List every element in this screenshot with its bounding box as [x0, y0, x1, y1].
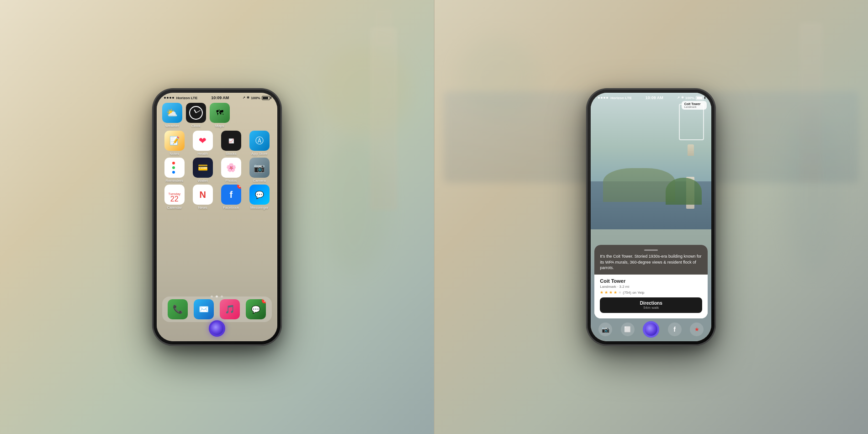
- app-label-stocks: Stocks: [226, 152, 237, 156]
- app-messenger[interactable]: 💬 Messenger: [247, 185, 272, 210]
- facebook-icon-ar: f: [673, 326, 676, 333]
- app-label-news: News: [198, 206, 207, 210]
- app-maps[interactable]: 🗺 Maps: [210, 103, 230, 128]
- app-row-4: Tuesday 22 Calendar N News f: [157, 185, 277, 212]
- directions-sub: 54m walk: [603, 306, 699, 310]
- app-weather[interactable]: ⛅ Weather: [162, 103, 182, 128]
- star-5: ★: [618, 290, 622, 295]
- card-handle: [644, 249, 658, 251]
- scan-icon: ⬜: [624, 326, 631, 333]
- left-phone: Horizon LTE 10:09 AM ↗ ✻ 100%: [153, 89, 281, 345]
- left-panel: Horizon LTE 10:09 AM ↗ ✻ 100%: [0, 0, 434, 434]
- app-row-2: 📝 Notes ❤ Health 📈 Stocks: [157, 131, 277, 158]
- iphone-screen-left: Horizon LTE 10:09 AM ↗ ✻ 100%: [157, 93, 277, 341]
- ar-card-title: Coit Tower: [600, 278, 702, 284]
- app-reminders[interactable]: Reminders: [162, 158, 187, 183]
- ar-description-box: It's the Coit Tower. Storied 1930s-era b…: [594, 245, 708, 275]
- app-stocks[interactable]: 📈 Stocks: [219, 131, 243, 156]
- ar-scan-tool[interactable]: ⬜: [621, 323, 635, 336]
- rating-text: (754) on Yelp: [623, 291, 644, 295]
- battery-pct-right: 100%: [685, 96, 694, 100]
- star-1: ★: [600, 290, 603, 295]
- directions-label: Directions: [603, 301, 699, 306]
- ar-landmark-type: Landmark: [684, 106, 704, 108]
- app-clock[interactable]: Clock: [186, 103, 206, 128]
- app-notes[interactable]: 📝 Notes: [162, 131, 187, 156]
- app-label-appstore: App Store: [251, 152, 268, 156]
- app-label-health: Health: [197, 152, 208, 156]
- right-panel: Coit Tower Landmark Horizon LTE 10:09 AM: [434, 0, 868, 434]
- status-carrier-left: Horizon LTE: [164, 96, 198, 100]
- status-carrier-right: Horizon LTE: [598, 96, 632, 100]
- ar-card-subtitle: Landmark · 3.2 mi: [600, 285, 702, 289]
- time-right: 10:09 AM: [646, 95, 663, 100]
- app-camera[interactable]: 📷 Camera: [247, 158, 272, 183]
- app-label-reminders: Reminders: [165, 179, 183, 183]
- camera-icon-ar: 📷: [602, 326, 609, 333]
- ar-description-text: It's the Coit Tower. Storied 1930s-era b…: [600, 254, 702, 271]
- app-label-messenger: Messenger: [250, 206, 269, 210]
- calendar-date: 22: [170, 196, 179, 203]
- dock-mail[interactable]: ✉️: [194, 299, 214, 319]
- app-label-photos: Photos: [225, 179, 237, 183]
- dock-messages[interactable]: 💬 1: [246, 299, 266, 319]
- arrow-icon-right: ↗: [677, 96, 680, 100]
- app-label-clock: Clock: [191, 124, 201, 128]
- app-wallet[interactable]: 💳 Wallet: [191, 158, 215, 183]
- app-calendar[interactable]: Tuesday 22 Calendar: [162, 185, 187, 210]
- ar-yelp-tool[interactable]: ★: [690, 323, 704, 336]
- battery-group-right: ↗ ✻ 100%: [677, 96, 704, 100]
- app-label-maps: Maps: [215, 124, 224, 128]
- siri-button-left[interactable]: [209, 320, 225, 337]
- status-bar-right: Horizon LTE 10:09 AM ↗ ✻ 100%: [591, 93, 711, 102]
- app-photos[interactable]: 🌸 Photos: [219, 158, 243, 183]
- app-news[interactable]: N News: [191, 185, 215, 210]
- carrier-text-right: Horizon LTE: [610, 96, 632, 100]
- star-2: ★: [604, 290, 608, 295]
- arrow-icon: ↗: [243, 96, 245, 100]
- ar-toolbar: 📷 ⬜ f ★: [591, 321, 711, 338]
- app-label-notes: Notes: [169, 152, 179, 156]
- battery-icon-right: [696, 96, 704, 100]
- app-label-wallet: Wallet: [198, 179, 208, 183]
- ar-camera-tool[interactable]: 📷: [598, 323, 612, 336]
- app-label-facebook: Facebook: [223, 206, 239, 210]
- app-label-camera: Camera: [253, 179, 266, 183]
- ar-landmark-name: Coit Tower: [684, 102, 704, 106]
- yelp-icon: ★: [694, 326, 699, 333]
- ar-facebook-tool[interactable]: f: [668, 323, 682, 336]
- siri-button-right[interactable]: [643, 321, 659, 338]
- status-bar-left: Horizon LTE 10:09 AM ↗ ✻ 100%: [157, 93, 277, 102]
- ar-card-stars: ★ ★ ★ ★ ★ (754) on Yelp: [600, 290, 702, 295]
- dock-phone[interactable]: 📞: [168, 299, 188, 319]
- battery-text-left: 100%: [251, 96, 260, 100]
- messages-badge: 1: [262, 299, 266, 303]
- app-label-calendar: Calendar: [167, 206, 182, 210]
- app-health[interactable]: ❤ Health: [191, 131, 215, 156]
- dock: 📞 ✉️ 🎵 💬: [162, 296, 272, 322]
- bluetooth-icon: ✻: [247, 96, 249, 100]
- ar-info-card[interactable]: It's the Coit Tower. Storied 1930s-era b…: [594, 245, 708, 318]
- dock-music[interactable]: 🎵: [220, 299, 240, 319]
- news-icon-letter: N: [200, 190, 206, 200]
- app-row-3: Reminders 💳 Wallet 🌸 Photos: [157, 158, 277, 185]
- star-4: ★: [614, 290, 617, 295]
- iphone-screen-right: Coit Tower Landmark Horizon LTE 10:09 AM: [591, 93, 711, 341]
- ar-card-details: Coit Tower Landmark · 3.2 mi ★ ★ ★ ★ ★ (…: [594, 275, 708, 318]
- app-facebook[interactable]: f 1 Facebook: [219, 185, 243, 210]
- right-phone: Coit Tower Landmark Horizon LTE 10:09 AM: [587, 89, 715, 345]
- battery-icon-left: [262, 96, 270, 100]
- facebook-badge: 1: [237, 185, 241, 189]
- app-appstore[interactable]: Ⓐ App Store: [247, 131, 272, 156]
- carrier-text-left: Horizon LTE: [176, 96, 198, 100]
- star-3: ★: [609, 290, 613, 295]
- directions-button[interactable]: Directions 54m walk: [600, 297, 702, 313]
- bluetooth-icon-right: ✻: [681, 96, 684, 100]
- battery-right-left: ↗ ✻ 100%: [243, 96, 270, 100]
- app-label-weather: Weather: [165, 124, 179, 128]
- iphone-frame-left: Horizon LTE 10:09 AM ↗ ✻ 100%: [153, 89, 281, 345]
- iphone-frame-right: Coit Tower Landmark Horizon LTE 10:09 AM: [587, 89, 715, 345]
- time-left: 10:09 AM: [211, 95, 229, 100]
- clock-face-icon: [189, 106, 203, 120]
